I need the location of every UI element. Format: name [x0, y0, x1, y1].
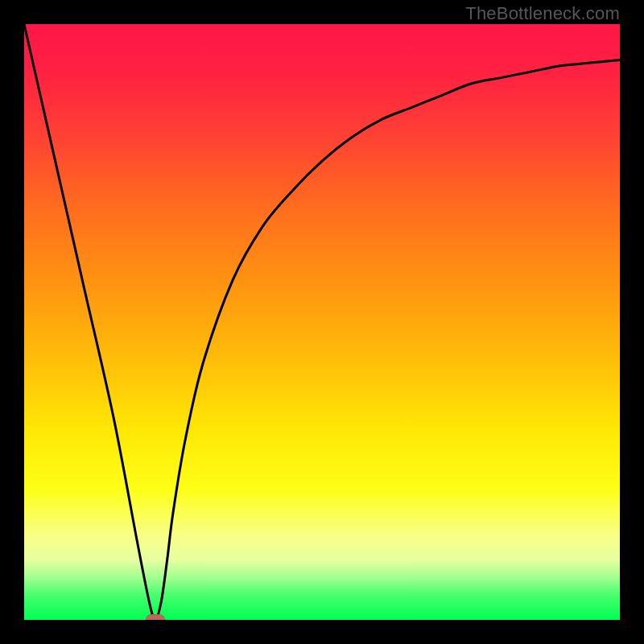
optimal-point-marker: [146, 614, 165, 620]
background-gradient: [24, 24, 620, 620]
chart-frame: TheBottleneck.com: [0, 0, 644, 644]
svg-rect-0: [24, 24, 620, 620]
watermark-text: TheBottleneck.com: [465, 3, 620, 24]
plot-area: [24, 24, 620, 620]
